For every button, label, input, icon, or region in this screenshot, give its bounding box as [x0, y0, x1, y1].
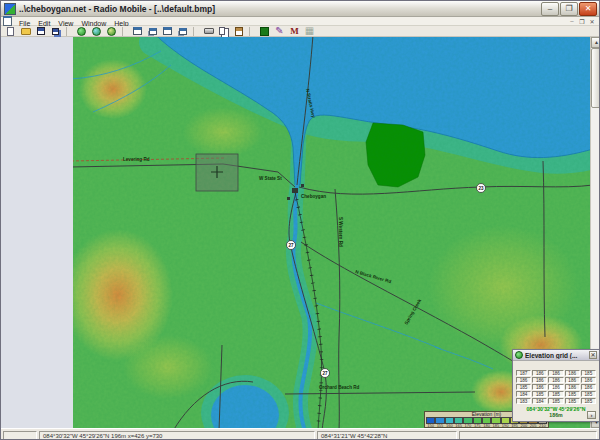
- save-picture-button[interactable]: [48, 26, 63, 37]
- elevation-cell[interactable]: 186: [532, 377, 547, 383]
- legend-value: 170: [463, 424, 472, 428]
- new-picture-window-icon: [163, 27, 172, 35]
- elevation-cell[interactable]: 186: [548, 384, 563, 390]
- elevation-window-titlebar[interactable]: Elevation grid (... ✕: [513, 350, 599, 361]
- elevation-cell[interactable]: 186: [532, 384, 547, 390]
- elevation-cell[interactable]: 186: [516, 377, 531, 383]
- new-file-button[interactable]: [3, 26, 18, 37]
- grid-tool-button[interactable]: ▦: [302, 26, 317, 37]
- document-icon[interactable]: [3, 16, 12, 26]
- tile-windows-button[interactable]: [145, 26, 160, 37]
- merge-pictures-globe-button[interactable]: [104, 26, 119, 37]
- cascade-windows-button[interactable]: [130, 26, 145, 37]
- elevation-cell[interactable]: 186: [581, 384, 596, 390]
- elevation-cell[interactable]: 185: [548, 391, 563, 397]
- elevation-cell[interactable]: 186: [565, 370, 580, 376]
- scroll-up-icon[interactable]: ▲: [591, 37, 600, 48]
- arrange-windows-button[interactable]: [175, 26, 190, 37]
- legend-value: 175: [473, 424, 482, 428]
- elevation-window-close-icon[interactable]: ✕: [589, 351, 597, 359]
- toolbar-separator: [193, 27, 199, 36]
- print-button[interactable]: [201, 26, 216, 37]
- paste-button[interactable]: [231, 26, 246, 37]
- elevation-cell[interactable]: 185: [548, 398, 563, 404]
- elevation-cell[interactable]: 186: [548, 377, 563, 383]
- elevation-cell[interactable]: 186: [548, 370, 563, 376]
- pencil-draw-button[interactable]: ✎: [272, 26, 287, 37]
- elevation-cell[interactable]: 185: [581, 398, 596, 404]
- route-number: 27: [288, 243, 294, 248]
- legend-value: 165: [454, 424, 463, 428]
- text-tool-button[interactable]: M: [287, 26, 302, 37]
- legend-value: 195: [510, 424, 519, 428]
- legend-entry: 175: [473, 417, 482, 428]
- elevation-window-title: Elevation grid (...: [525, 352, 589, 359]
- child-minimize-button[interactable]: –: [567, 18, 577, 24]
- elevation-cell[interactable]: 186: [532, 370, 547, 376]
- save-button[interactable]: [33, 26, 48, 37]
- toolbar-separator: [66, 27, 72, 36]
- elevation-cell[interactable]: 185: [516, 384, 531, 390]
- legend-entry: 155: [435, 417, 444, 428]
- elevation-cell[interactable]: 184: [532, 398, 547, 404]
- toolbar: ✎M▦: [1, 26, 599, 37]
- legend-value: 185: [491, 424, 500, 428]
- elevation-cell[interactable]: 183: [516, 398, 531, 404]
- legend-value: 155: [435, 424, 444, 428]
- elevation-grid-cells: 1871861861861851861861861861861851861861…: [513, 361, 599, 405]
- legend-value: 190: [501, 424, 510, 428]
- elevation-data-globe-button[interactable]: [89, 26, 104, 37]
- elevation-cell[interactable]: 186: [565, 377, 580, 383]
- child-close-button[interactable]: ✕: [587, 18, 597, 25]
- scrollbar-thumb[interactable]: [591, 48, 600, 108]
- elevation-cell[interactable]: 185: [532, 391, 547, 397]
- elevation-cell[interactable]: 185: [565, 391, 580, 397]
- grid-tool-icon: ▦: [304, 26, 315, 36]
- child-restore-button[interactable]: ❐: [577, 18, 587, 25]
- status-bar: 084°30'32"W 45°29'26"N 196m x=426 y=730 …: [1, 428, 600, 440]
- status-map-corner-position: 084°31'21"W 45°42'28"N: [317, 431, 457, 440]
- legend-value: 210: [538, 424, 547, 428]
- text-tool-icon: M: [289, 26, 300, 36]
- elevation-cell[interactable]: 184: [516, 391, 531, 397]
- copy-icon: [219, 27, 225, 35]
- toolbar-icons: ✎M▦: [3, 26, 317, 37]
- new-picture-window-button[interactable]: [160, 26, 175, 37]
- elevation-cell[interactable]: 185: [581, 370, 596, 376]
- globe-icon: [515, 351, 523, 359]
- open-file-icon: [21, 28, 31, 35]
- new-file-icon: [7, 27, 14, 36]
- elevation-cell[interactable]: 185: [565, 398, 580, 404]
- route-number: 23: [478, 186, 484, 191]
- restore-button[interactable]: ❐: [560, 2, 578, 16]
- elevation-grid-window[interactable]: Elevation grid (... ✕ 187186186186185186…: [512, 349, 600, 422]
- legend-entry: 165: [454, 417, 463, 428]
- open-file-button[interactable]: [18, 26, 33, 37]
- elevation-value: 186m ›: [513, 412, 599, 418]
- minimize-button[interactable]: –: [541, 2, 559, 16]
- network-tool-icon: [260, 27, 269, 36]
- paste-icon: [235, 27, 243, 36]
- map-properties-globe-button[interactable]: [74, 26, 89, 37]
- app-window: ..\cheboygan.net - Radio Mobile - [..\de…: [0, 0, 600, 440]
- mdi-client-area: 272327 Levering RdW State StCheboyganN S…: [1, 37, 600, 428]
- map-label: Cheboygan: [301, 194, 326, 199]
- elevation-value-text: 186m: [549, 412, 562, 418]
- elevation-cell[interactable]: 185: [581, 391, 596, 397]
- map-label: Orchard Beach Rd: [319, 385, 360, 390]
- route-number: 27: [322, 371, 328, 376]
- legend-entry: 185: [491, 417, 500, 428]
- status-field-right: [459, 431, 597, 440]
- merge-pictures-globe-icon: [107, 27, 116, 36]
- elevation-cell[interactable]: 186: [565, 384, 580, 390]
- legend-value: 180: [482, 424, 491, 428]
- status-cursor-position: 084°30'32"W 45°29'26"N 196m x=426 y=730: [39, 431, 315, 440]
- elevation-cell[interactable]: 186: [581, 377, 596, 383]
- close-button[interactable]: ✕: [579, 2, 597, 16]
- elevation-more-button[interactable]: ›: [587, 411, 596, 419]
- network-tool-button[interactable]: [257, 26, 272, 37]
- copy-button[interactable]: [216, 26, 231, 37]
- elevation-cell[interactable]: 187: [516, 370, 531, 376]
- legend-entry: 170: [463, 417, 472, 428]
- legend-value: 205: [528, 424, 537, 428]
